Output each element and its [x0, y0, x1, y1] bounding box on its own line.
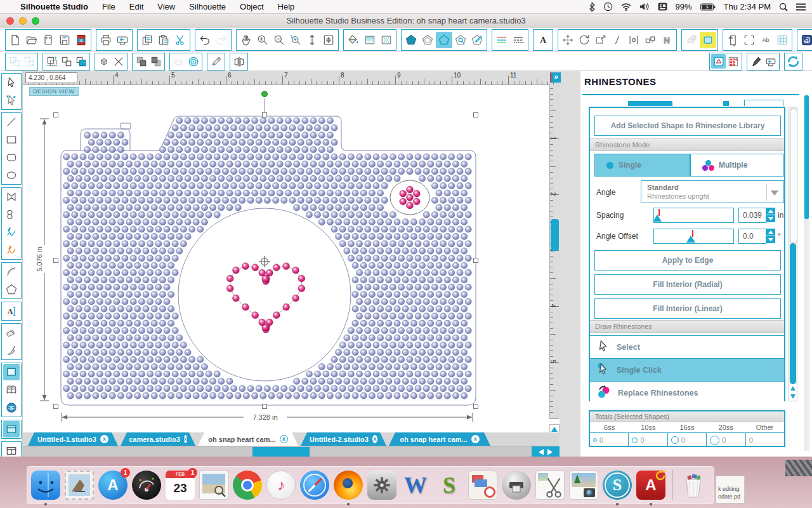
design-canvas[interactable]: 7.328 in5.076 in [23, 84, 549, 432]
minimize-window-button[interactable] [19, 17, 27, 25]
transform-scale-icon[interactable] [593, 32, 609, 48]
zoom-in-icon[interactable] [254, 32, 271, 48]
dock-chrome-icon[interactable] [233, 471, 262, 500]
angle-offset-value-field[interactable]: 0.0 [738, 229, 766, 244]
single-click-row[interactable]: Single Click [590, 358, 784, 381]
selection-handle[interactable] [54, 113, 58, 117]
library-tool-icon[interactable] [3, 382, 20, 398]
dock-word-icon[interactable]: W [401, 471, 430, 500]
view-single-tool-icon[interactable] [3, 421, 20, 438]
dock-adobe-reader-icon[interactable]: A [636, 471, 665, 500]
open-in-3d-icon[interactable] [96, 54, 111, 69]
menu-app-name[interactable]: Silhouette Studio [20, 2, 88, 11]
sync-icon[interactable] [786, 54, 801, 69]
copy-icon[interactable] [139, 32, 155, 48]
close-tab-icon[interactable]: x [100, 435, 108, 443]
new-document-icon[interactable] [7, 32, 23, 48]
selection-handle[interactable] [54, 404, 58, 409]
weld-icon[interactable] [171, 54, 186, 69]
transform-shear-icon[interactable] [609, 32, 625, 48]
angle-dropdown[interactable]: Standard Rhinestones upright [641, 180, 784, 203]
mode-multiple-button[interactable]: Multiple [690, 154, 784, 177]
horizontal-scroll-arrows[interactable] [532, 446, 560, 457]
fill-pattern-icon[interactable] [378, 32, 395, 48]
page-setup-icon[interactable] [724, 32, 741, 48]
silhouette-store-tool-icon[interactable]: S [3, 399, 20, 416]
rotation-handle[interactable] [262, 91, 268, 97]
dock-scissors-app-icon[interactable] [535, 471, 565, 500]
scroll-right-icon[interactable] [547, 449, 553, 455]
window-edge-scrollbar[interactable] [804, 95, 809, 451]
text-tool-tool-icon[interactable]: A [3, 303, 20, 319]
offset-icon[interactable] [186, 54, 200, 69]
document-tab[interactable]: oh snap heart cam...x [198, 432, 298, 446]
rhinestone-preview-icon[interactable] [726, 54, 740, 69]
group-icon[interactable] [7, 54, 22, 69]
replace-rhinestones-row[interactable]: Replace Rhinestones [590, 381, 784, 404]
draw-freehand-tool-icon[interactable] [3, 224, 20, 241]
grid-settings-icon[interactable] [774, 32, 790, 48]
zoom-selection-icon[interactable] [287, 32, 304, 48]
zoom-window-button[interactable] [32, 17, 39, 25]
transform-rotate-icon[interactable] [576, 32, 593, 48]
fill-interior-linear-button[interactable]: Fill Interior (Linear) [594, 298, 781, 319]
dock-calendar-icon[interactable]: FEB231 [166, 471, 195, 500]
pan-icon[interactable] [238, 32, 254, 48]
input-source-icon[interactable] [658, 3, 667, 11]
close-tab-icon[interactable]: x [471, 435, 480, 443]
panel-scroll-up-button[interactable] [789, 384, 797, 392]
close-tab-icon[interactable]: x [372, 435, 377, 443]
document-tab[interactable]: Untitled-1.studio3x [28, 432, 118, 446]
selection-handle[interactable] [263, 404, 267, 409]
panel-scrollbar-thumb[interactable] [790, 109, 797, 243]
dock-preview-icon[interactable] [199, 471, 228, 500]
dock-toolbox-icon[interactable] [468, 471, 497, 500]
spacing-slider[interactable] [653, 208, 734, 223]
menu-edit[interactable]: Edit [129, 2, 143, 11]
selection-handle[interactable] [54, 258, 58, 263]
mode-single-button[interactable]: Single [594, 154, 690, 177]
horizontal-scrollbar[interactable] [23, 446, 560, 457]
print-icon[interactable] [98, 32, 114, 48]
panel-scroll-down-button[interactable] [789, 392, 797, 401]
media-shape-icon[interactable]: M [683, 32, 700, 48]
angle-offset-slider[interactable] [653, 229, 734, 244]
dock-trash-icon[interactable] [679, 471, 708, 500]
menu-silhouette[interactable]: Silhouette [189, 2, 226, 11]
select-row[interactable]: Select [590, 335, 784, 358]
draw-polygon-tool-icon[interactable] [3, 189, 20, 205]
panel-scrollbar[interactable] [789, 107, 797, 401]
trace-icon[interactable] [452, 32, 469, 48]
close-tab-icon[interactable]: x [280, 435, 288, 443]
open-document-icon[interactable] [23, 32, 40, 48]
document-tab[interactable]: oh snap heart cam...x [389, 432, 490, 446]
draw-arc-tool-icon[interactable] [3, 264, 20, 280]
time-machine-icon[interactable] [603, 2, 613, 11]
font-options-icon[interactable]: Ab [757, 32, 774, 48]
dock-system-preferences-icon[interactable] [367, 471, 396, 500]
sketch-options-icon[interactable] [799, 32, 812, 48]
sketch-pens-icon[interactable] [749, 54, 763, 69]
knife-tool-icon[interactable] [3, 342, 20, 359]
make-compound-path-icon[interactable] [44, 54, 59, 69]
dock-firefox-icon[interactable] [334, 471, 363, 500]
document-tab[interactable]: camera.studio3x [121, 432, 195, 446]
draw-line-tool-icon[interactable] [3, 114, 20, 130]
dock-itunes-icon[interactable]: ♪ [266, 471, 296, 500]
title-bar[interactable]: Silhouette Studio Business Edition: oh s… [0, 14, 812, 29]
selection-handle[interactable] [474, 258, 478, 263]
import-document-icon[interactable] [40, 32, 56, 48]
send-to-silhouette-icon[interactable] [114, 32, 131, 48]
eraser-tool-icon[interactable] [3, 324, 20, 341]
volume-icon[interactable] [639, 3, 650, 11]
dock-mail-icon[interactable] [65, 471, 94, 500]
spacing-stepper[interactable] [766, 208, 775, 223]
eyedropper-icon[interactable] [209, 54, 223, 69]
add-to-library-button[interactable]: Add Selected Shape to Rhinestone Library [594, 116, 781, 136]
spotlight-icon[interactable] [779, 3, 788, 11]
rhinestones-icon[interactable] [436, 32, 452, 48]
cutting-mat-icon[interactable] [700, 32, 716, 48]
draw-rectangle-tool-icon[interactable] [3, 131, 20, 148]
modify-icon[interactable] [642, 32, 658, 48]
spacing-value-field[interactable]: 0.039 [738, 208, 766, 223]
